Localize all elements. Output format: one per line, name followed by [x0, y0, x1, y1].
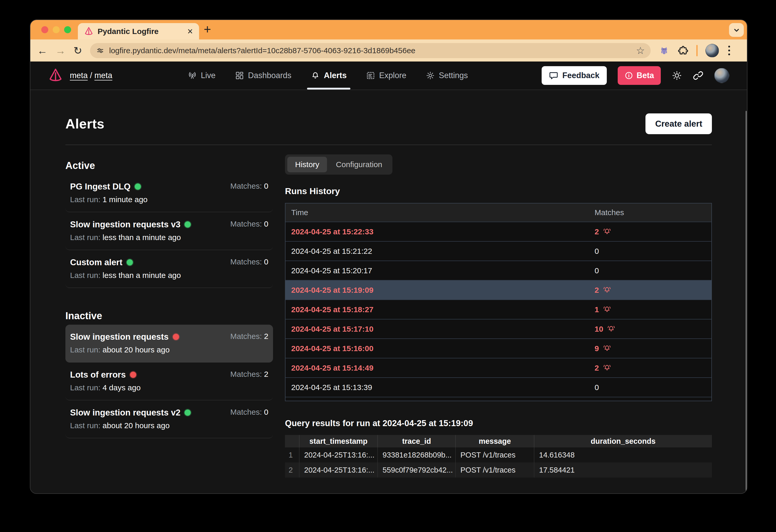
last-run-value: about 20 hours ago	[103, 421, 170, 430]
back-button[interactable]: ←	[37, 45, 47, 56]
nav-item-live[interactable]: Live	[188, 61, 216, 90]
ring-bell-icon	[603, 227, 611, 236]
window-chevron-button[interactable]	[729, 23, 744, 37]
query-result-row[interactable]: 1 2024-04-25T13:16:... 93381e18268b09b..…	[285, 448, 712, 463]
alert-list-item-selected[interactable]: Slow ingestion requests Matches: 2 Last …	[65, 325, 273, 363]
alert-list-item[interactable]: Slow ingestion requests v2 Matches: 0 La…	[65, 400, 273, 438]
reload-button[interactable]: ↻	[73, 45, 82, 56]
detail-tabs: History Configuration	[285, 154, 392, 175]
alert-name: PG Ingest DLQ	[70, 182, 131, 191]
tab-history[interactable]: History	[287, 157, 327, 172]
tab-title: Pydantic Logfire	[98, 27, 183, 36]
maximize-window-button[interactable]	[64, 26, 71, 33]
new-tab-button[interactable]: +	[204, 22, 211, 36]
url-bar[interactable]: logfire.pydantic.dev/meta/meta/alerts?al…	[90, 43, 651, 58]
ring-bell-icon	[603, 305, 611, 314]
browser-menu-icon[interactable]	[727, 46, 732, 55]
run-row[interactable]: 2024-04-25 at 15:17:10 10	[285, 319, 711, 338]
page-scrollbar[interactable]	[746, 111, 747, 494]
page-title: Alerts	[65, 116, 104, 132]
ring-bell-icon	[603, 344, 611, 353]
last-run-value: 1 minute ago	[103, 195, 147, 204]
logfire-logo-icon[interactable]	[48, 68, 63, 83]
ring-bell-icon	[603, 286, 611, 295]
feedback-label: Feedback	[562, 71, 599, 80]
create-alert-button[interactable]: Create alert	[645, 114, 712, 134]
minimize-window-button[interactable]	[53, 26, 60, 33]
last-run-label: Last run:	[70, 233, 101, 241]
beta-info-icon	[624, 71, 633, 80]
matches-label: Matches:	[230, 332, 262, 341]
query-results-heading: Query results for run at 2024-04-25 at 1…	[285, 418, 712, 428]
run-row-clipped	[285, 397, 711, 401]
run-row-selected[interactable]: 2024-04-25 at 15:19:09 2	[285, 280, 711, 300]
browser-tabstrip: Pydantic Logfire × +	[30, 20, 747, 39]
alert-name: Slow ingestion requests	[70, 332, 169, 342]
column-header-rownum	[285, 435, 299, 448]
alert-list-item[interactable]: PG Ingest DLQ Matches: 0 Last run: 1 min…	[65, 174, 273, 212]
last-run-value: about 20 hours ago	[103, 345, 170, 354]
matches-label: Matches:	[230, 182, 262, 190]
url-text[interactable]: logfire.pydantic.dev/meta/meta/alerts?al…	[109, 46, 631, 55]
run-row[interactable]: 2024-04-25 at 15:22:33 2	[285, 222, 711, 241]
alert-list-item[interactable]: Slow ingestion requests v3 Matches: 0 La…	[65, 212, 273, 250]
last-run-value: 4 days ago	[103, 383, 141, 392]
column-header-message: message	[455, 435, 534, 448]
last-run-label: Last run:	[70, 383, 101, 392]
run-row[interactable]: 2024-04-25 at 15:16:00 9	[285, 338, 711, 358]
matches-label: Matches:	[230, 257, 262, 266]
run-row[interactable]: 2024-04-25 at 15:18:27 1	[285, 300, 711, 319]
share-link-icon[interactable]	[693, 70, 703, 81]
matches-value: 0	[264, 219, 268, 228]
matches-value: 0	[264, 408, 268, 416]
query-result-row[interactable]: 2 2024-04-25T13:16:... 559c0f79e792cb42.…	[285, 463, 712, 478]
breadcrumb-org-link[interactable]: meta	[70, 71, 88, 80]
alert-name: Lots of errors	[70, 370, 126, 380]
beta-badge[interactable]: Beta	[618, 66, 661, 85]
nav-item-settings[interactable]: Settings	[426, 61, 468, 90]
query-results-table: start_timestamp trace_id message duratio…	[285, 435, 712, 478]
user-avatar[interactable]	[714, 68, 729, 83]
live-icon	[188, 71, 197, 80]
ring-bell-icon	[607, 325, 616, 334]
matches-value: 2	[264, 370, 268, 378]
status-dot-green	[135, 183, 141, 190]
feedback-chat-icon	[549, 71, 558, 80]
close-window-button[interactable]	[41, 26, 48, 33]
bookmark-star-icon[interactable]: ☆	[636, 45, 645, 56]
extensions-puzzle-icon[interactable]	[677, 45, 689, 56]
run-row[interactable]: 2024-04-25 at 15:21:22 0	[285, 241, 711, 260]
nav-item-dashboards[interactable]: Dashboards	[235, 61, 292, 90]
breadcrumb-separator: /	[90, 71, 92, 80]
run-row[interactable]: 2024-04-25 at 15:13:39 0	[285, 377, 711, 397]
column-header-time: Time	[285, 208, 595, 217]
dashboards-icon	[235, 71, 244, 80]
nav-item-explore[interactable]: Explore	[366, 61, 406, 90]
last-run-label: Last run:	[70, 421, 101, 430]
last-run-label: Last run:	[70, 271, 101, 280]
nav-item-alerts[interactable]: Alerts	[311, 61, 347, 90]
last-run-label: Last run:	[70, 195, 101, 204]
alerts-bell-icon	[311, 71, 320, 80]
nav-item-label: Dashboards	[248, 71, 292, 80]
logfire-favicon-icon	[84, 27, 93, 36]
browser-profile-avatar[interactable]	[706, 44, 719, 57]
tab-close-icon[interactable]: ×	[187, 27, 193, 36]
site-settings-icon[interactable]	[96, 46, 105, 55]
run-row[interactable]: 2024-04-25 at 15:14:49 2	[285, 358, 711, 377]
extension-cat-icon[interactable]	[658, 45, 670, 56]
run-row[interactable]: 2024-04-25 at 15:20:17 0	[285, 260, 711, 280]
matches-value: 0	[264, 182, 268, 190]
desktop-background: Pydantic Logfire × + ← → ↻ logfire.pydan…	[0, 0, 776, 532]
alert-list-item[interactable]: Lots of errors Matches: 2 Last run: 4 da…	[65, 363, 273, 400]
forward-button[interactable]: →	[55, 45, 66, 56]
theme-sun-icon[interactable]	[672, 70, 682, 81]
browser-window: Pydantic Logfire × + ← → ↻ logfire.pydan…	[30, 19, 748, 494]
browser-tab[interactable]: Pydantic Logfire ×	[78, 23, 199, 39]
tab-configuration[interactable]: Configuration	[328, 157, 390, 172]
feedback-button[interactable]: Feedback	[542, 66, 607, 85]
status-dot-green	[185, 409, 191, 416]
alert-list-item[interactable]: Custom alert Matches: 0 Last run: less t…	[65, 250, 273, 288]
last-run-label: Last run:	[70, 345, 101, 354]
breadcrumb-project-link[interactable]: meta	[94, 71, 113, 80]
